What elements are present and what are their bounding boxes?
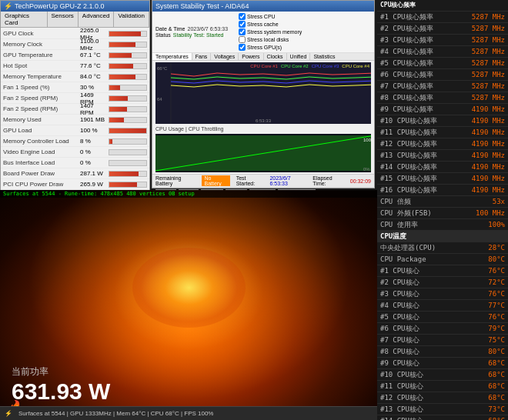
cpu-core-freq-row: #12 CPU核心频率 4190 MHz — [377, 138, 508, 150]
cpu-usage-graph: 100% 0% — [155, 134, 371, 172]
tab-clocks[interactable]: Clocks — [264, 53, 287, 60]
stress-checkbox-item: Stress CPU — [239, 13, 302, 20]
legend-core2: CPU Core #2 — [281, 64, 309, 68]
elapsed-label: Elapsed Time: — [312, 175, 343, 186]
cpu-temp-row: #1 CPU核心 76°C — [377, 265, 508, 277]
stability-panel: System Stability Test - AIDA64 Date & Ti… — [152, 0, 375, 188]
cpu-usage-label: CPU Usage | CPU Throttling — [152, 125, 374, 132]
cpu-temp-row: #8 CPU核心 80°C — [377, 346, 508, 358]
stress-checkbox[interactable] — [239, 28, 246, 35]
cpu-core-freq-row: #16 CPU核心频率 4190 MHz — [377, 185, 508, 196]
cpu-temp-row: #4 CPU核心 77°C — [377, 300, 508, 312]
temp-tabs: Temperatures Fans Voltages Powers Clocks… — [152, 53, 374, 61]
svg-text:6:53:33: 6:53:33 — [256, 118, 272, 123]
gpu-panel-title: ⚡ TechPowerUp GPU-Z 2.1.0.0 — [1, 1, 149, 12]
gpu-row: GPU Temperature 67.1 °C — [1, 50, 149, 61]
status-label: Status — [155, 32, 171, 38]
cpu-core-freq-row: #2 CPU核心频率 5287 MHz — [377, 23, 508, 35]
cpu-temp-section-label: CPU温度 — [377, 231, 508, 242]
gpu-row: Fan 2 Speed (RPM) 1407 RPM — [1, 104, 149, 115]
gpu-sensor-rows: GPU Clock 2265.0 MHz Memory Clock 1100.0… — [1, 28, 149, 191]
svg-text:64: 64 — [157, 97, 162, 102]
cpu-core-freq-row: #14 CPU核心频率 4190 MHz — [377, 162, 508, 173]
cpu-core-freq-row: #5 CPU核心频率 5287 MHz — [377, 58, 508, 69]
status-value: Stability Test: Started — [173, 32, 224, 38]
tab-voltages[interactable]: Voltages — [211, 53, 239, 60]
test-started-label: Test Started: — [236, 175, 264, 186]
cpu-temp-row: #12 CPU核心 68°C — [377, 392, 508, 404]
tab-graphics-card[interactable]: Graphics Card — [1, 12, 48, 27]
status-row: Status Stability Test: Started — [155, 32, 228, 38]
gpu-title-icon: ⚡ — [4, 2, 12, 10]
graph-legend: CPU Core #1 CPU Core #2 CPU Core #3 CPU … — [250, 64, 369, 68]
cpu-temp-row: #7 CPU核心 75°C — [377, 335, 508, 346]
cpu-temp-row: #11 CPU核心 68°C — [377, 381, 508, 392]
cpu-core-freq-row: #1 CPU核心频率 5287 MHz — [377, 12, 508, 23]
fire-eye — [132, 248, 246, 328]
gpu-title-text: TechPowerUp GPU-Z 2.1.0.0 — [15, 2, 105, 10]
gpu-row: Hot Spot 77.6 °C — [1, 61, 149, 72]
stability-header: Date & Time 2023/6/7 6:53:33 Status Stab… — [152, 12, 374, 53]
cpu-temp-row: #13 CPU核心 73°C — [377, 404, 508, 415]
stress-checkboxes: Stress CPU Stress cache Stress system me… — [239, 13, 302, 51]
cpu-core-freq-row: #10 CPU核心频率 4190 MHz — [377, 115, 508, 127]
datetime-label: Date & Time — [155, 26, 185, 32]
cpuid-icon: ⚡ — [5, 410, 12, 417]
tab-statistics[interactable]: Statistics — [310, 53, 338, 60]
cpu-core-freq-row: #3 CPU核心频率 5287 MHz — [377, 35, 508, 46]
cpuid-text: Surfaces at 5544 | GPU 1333MHz | Mem 64°… — [18, 410, 213, 417]
gpu-row: Board Power Draw 287.1 W — [1, 168, 149, 179]
stress-checkbox[interactable] — [239, 13, 246, 20]
datetime-block: Date & Time 2023/6/7 6:53:33 Status Stab… — [155, 26, 228, 38]
stress-checkbox-item: Stress GPU(s) — [239, 44, 302, 51]
gpu-row: Video Engine Load 0 % — [1, 147, 149, 158]
fire-info-bar: Surfaces at 5544 - Rune-time: 478x485 48… — [0, 190, 377, 198]
stress-checkbox-item: Stress local disks — [239, 36, 302, 43]
gpu-row: Bus Interface Load 0 % — [1, 158, 149, 168]
cpu-misc-row: CPU 倍频 53x — [377, 196, 508, 208]
tab-powers[interactable]: Powers — [239, 53, 263, 60]
stress-checkbox-item: Stress cache — [239, 21, 302, 28]
temp-chart-svg: 66°C 64 6:53:33 — [155, 62, 371, 124]
power-value: 631.93 W — [12, 378, 110, 405]
gpu-row: GPU Load 100 % — [1, 125, 149, 136]
elapsed-value: 00:32:09 — [350, 178, 371, 184]
cpu-temp-row: CPU Package 80°C — [377, 254, 508, 265]
cpu-core-freq-row: #11 CPU核心频率 4190 MHz — [377, 127, 508, 138]
legend-core4: CPU Core #4 — [342, 64, 369, 68]
tab-validation[interactable]: Validation — [114, 12, 149, 27]
datetime-value: 2023/6/7 6:53:33 — [188, 26, 229, 32]
gpu-row: PCI CPU Power Draw 265.9 W — [1, 179, 149, 190]
tab-advanced[interactable]: Advanced — [79, 12, 115, 27]
cpu-temp-row: #5 CPU核心 76°C — [377, 312, 508, 323]
gpu-row: Fan 2 Speed (RPM) 1469 RPM — [1, 93, 149, 104]
cpu-core-freq-row: #15 CPU核心频率 4190 MHz — [377, 173, 508, 185]
tab-fans[interactable]: Fans — [192, 53, 212, 60]
cpu-core-freq-row: #4 CPU核心频率 5287 MHz — [377, 46, 508, 58]
datetime-row: Date & Time 2023/6/7 6:53:33 — [155, 26, 228, 32]
cpu-core-freq-row: #9 CPU核心频率 4190 MHz — [377, 104, 508, 115]
cpu-core-freq-row: #7 CPU核心频率 5287 MHz — [377, 81, 508, 92]
cpu-temp-row: #10 CPU核心 68°C — [377, 369, 508, 381]
stability-bottom-bar: Remaining Battery No Battery Test Starte… — [152, 174, 374, 187]
stability-title: System Stability Test - AIDA64 — [152, 1, 374, 12]
gpu-row: GPU Clock 2265.0 MHz — [1, 28, 149, 39]
stress-checkbox[interactable] — [239, 36, 246, 43]
test-started-time: 2023/6/7 6:53:33 — [269, 175, 306, 186]
cpu-panel-header: CPU核心频率 — [377, 0, 508, 12]
tab-sensors[interactable]: Sensors — [48, 12, 79, 27]
remaining-battery-label: Remaining Battery — [155, 175, 196, 186]
cpu-core-freq-row: #8 CPU核心频率 5287 MHz — [377, 92, 508, 104]
stress-checkbox[interactable] — [239, 21, 246, 28]
gpu-row: Fan 1 Speed (%) 30 % — [1, 82, 149, 93]
tab-unified[interactable]: Unified — [287, 53, 311, 60]
svg-text:0%: 0% — [363, 167, 370, 172]
cpu-core-freq-row: #6 CPU核心频率 5287 MHz — [377, 69, 508, 81]
gpu-row: Memory Clock 1100.0 MHz — [1, 39, 149, 50]
stress-checkbox[interactable] — [239, 44, 246, 51]
cpuid-bar: ⚡ Surfaces at 5544 | GPU 1333MHz | Mem 6… — [0, 406, 377, 420]
cpu-temp-row: #9 CPU核心 68°C — [377, 358, 508, 369]
tab-temperatures[interactable]: Temperatures — [152, 53, 192, 60]
cpu-panel: CPU核心频率 #1 CPU核心频率 5287 MHz #2 CPU核心频率 5… — [377, 0, 508, 420]
svg-text:100%: 100% — [363, 138, 371, 142]
